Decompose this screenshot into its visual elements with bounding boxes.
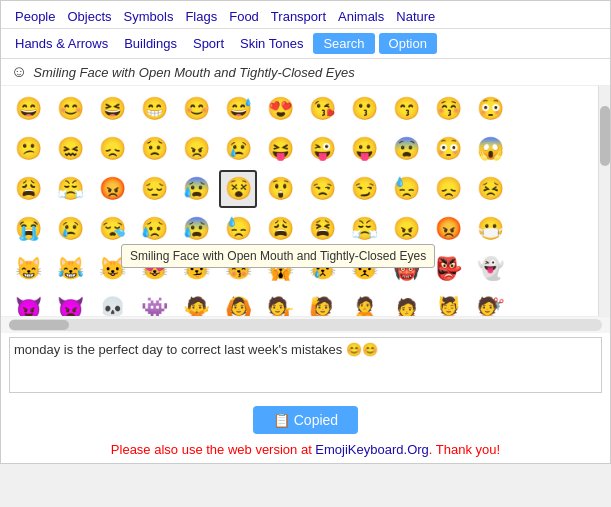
emoji-cell[interactable]: 😡 bbox=[429, 210, 467, 248]
emoji-cell[interactable]: 😙 bbox=[387, 90, 425, 128]
emoji-cell[interactable]: 💇 bbox=[471, 290, 509, 316]
nav-objects[interactable]: Objects bbox=[61, 7, 117, 26]
emoji-cell[interactable]: 😞 bbox=[429, 170, 467, 208]
emoji-cell[interactable]: 😡 bbox=[93, 170, 131, 208]
footer-link[interactable]: EmojiKeyboard.Org bbox=[315, 442, 428, 457]
emoji-cell[interactable]: 😸 bbox=[9, 250, 47, 288]
emoji-cell[interactable]: 😗 bbox=[345, 90, 383, 128]
nav-nature[interactable]: Nature bbox=[390, 7, 441, 26]
emoji-cell[interactable]: 🙍 bbox=[387, 290, 425, 316]
emoji-cell[interactable]: 😓 bbox=[387, 170, 425, 208]
emoji-cell[interactable]: 😵 bbox=[219, 170, 257, 208]
emoji-cell[interactable]: 😾 bbox=[345, 250, 383, 288]
emoji-cell[interactable]: 😹 bbox=[51, 250, 89, 288]
emoji-cell[interactable]: 👻 bbox=[471, 250, 509, 288]
nav-animals[interactable]: Animals bbox=[332, 7, 390, 26]
scrollbar-row bbox=[1, 316, 610, 333]
nav-people[interactable]: People bbox=[9, 7, 61, 26]
scrollbar-track[interactable] bbox=[9, 319, 602, 331]
option-button[interactable]: Option bbox=[379, 33, 437, 54]
emoji-cell[interactable]: 😅 bbox=[219, 90, 257, 128]
emoji-cell[interactable]: 👺 bbox=[429, 250, 467, 288]
emoji-cell[interactable]: 😛 bbox=[345, 130, 383, 168]
emoji-cell[interactable]: 🙀 bbox=[261, 250, 299, 288]
emoji-cell[interactable]: 😟 bbox=[135, 130, 173, 168]
emoji-cell[interactable]: 👿 bbox=[51, 290, 89, 316]
scrollbar-thumb[interactable] bbox=[600, 106, 610, 166]
emoji-cell[interactable]: 👾 bbox=[135, 290, 173, 316]
emoji-cell[interactable]: 😚 bbox=[429, 90, 467, 128]
footer-thank: Thank you! bbox=[432, 442, 500, 457]
emoji-cell[interactable]: 😤 bbox=[51, 170, 89, 208]
emoji-cell[interactable]: 😒 bbox=[303, 170, 341, 208]
emoji-cell[interactable]: 😔 bbox=[135, 170, 173, 208]
emoji-cell[interactable]: 😭 bbox=[9, 210, 47, 248]
emoji-cell[interactable]: 😖 bbox=[51, 130, 89, 168]
emoji-cell[interactable]: 😜 bbox=[303, 130, 341, 168]
emoji-cell[interactable]: 😳 bbox=[471, 90, 509, 128]
nav-buildings[interactable]: Buildings bbox=[118, 34, 183, 53]
emoji-cell[interactable]: 🙅 bbox=[177, 290, 215, 316]
emoji-cell[interactable]: 😪 bbox=[93, 210, 131, 248]
footer-text: Please also use the web version at Emoji… bbox=[111, 442, 500, 457]
emoji-cell[interactable]: 💆 bbox=[429, 290, 467, 316]
emoji-cell[interactable]: 😠 bbox=[387, 210, 425, 248]
emoji-cell[interactable]: 😣 bbox=[471, 170, 509, 208]
emoji-cell[interactable]: 😆 bbox=[93, 90, 131, 128]
nav-transport[interactable]: Transport bbox=[265, 7, 332, 26]
emoji-cell[interactable]: 😠 bbox=[177, 130, 215, 168]
emoji-cell[interactable]: 🙋 bbox=[303, 290, 341, 316]
emoji-cell[interactable]: 💀 bbox=[93, 290, 131, 316]
nav-food[interactable]: Food bbox=[223, 7, 265, 26]
emoji-cell[interactable]: 😊 bbox=[177, 90, 215, 128]
emoji-cell[interactable]: 🙆 bbox=[219, 290, 257, 316]
smile-icon: ☺ bbox=[11, 63, 27, 81]
emoji-cell[interactable]: 😿 bbox=[303, 250, 341, 288]
emoji-cell[interactable]: 😁 bbox=[135, 90, 173, 128]
tooltip-title: Smiling Face with Open Mouth and Tightly… bbox=[33, 65, 354, 80]
emoji-cell[interactable]: 😫 bbox=[303, 210, 341, 248]
nav-skin-tones[interactable]: Skin Tones bbox=[234, 34, 309, 53]
emoji-cell[interactable]: 😈 bbox=[9, 290, 47, 316]
emoji-cell[interactable]: 😥 bbox=[135, 210, 173, 248]
emoji-cell[interactable]: 😝 bbox=[261, 130, 299, 168]
search-button[interactable]: Search bbox=[313, 33, 374, 54]
emoji-cell[interactable]: 👹 bbox=[387, 250, 425, 288]
nav-hands-arrows[interactable]: Hands & Arrows bbox=[9, 34, 114, 53]
emoji-cell[interactable]: 😰 bbox=[177, 210, 215, 248]
footer: Please also use the web version at Emoji… bbox=[1, 438, 610, 463]
emoji-cell[interactable]: 🙎 bbox=[345, 290, 383, 316]
nav-flags[interactable]: Flags bbox=[179, 7, 223, 26]
emoji-cell[interactable]: 😷 bbox=[471, 210, 509, 248]
emoji-cell[interactable]: 😲 bbox=[261, 170, 299, 208]
emoji-cell[interactable]: 😍 bbox=[261, 90, 299, 128]
emoji-cell[interactable]: 😩 bbox=[261, 210, 299, 248]
emoji-cell[interactable]: 😱 bbox=[471, 130, 509, 168]
emoji-cell[interactable]: 😕 bbox=[9, 130, 47, 168]
emoji-cell[interactable]: 😢 bbox=[51, 210, 89, 248]
emoji-cell[interactable]: 😳 bbox=[429, 130, 467, 168]
emoji-cell[interactable]: 😺 bbox=[93, 250, 131, 288]
emoji-cell[interactable]: 😘 bbox=[303, 90, 341, 128]
emoji-cell[interactable]: 😓 bbox=[219, 210, 257, 248]
emoji-textarea[interactable]: monday is the perfect day to correct las… bbox=[9, 337, 602, 393]
emoji-cell[interactable]: 😩 bbox=[9, 170, 47, 208]
emoji-cell[interactable]: 😞 bbox=[93, 130, 131, 168]
emoji-cell[interactable]: 😽 bbox=[219, 250, 257, 288]
emoji-cell[interactable]: 😼 bbox=[177, 250, 215, 288]
nav-symbols[interactable]: Symbols bbox=[118, 7, 180, 26]
emoji-cell[interactable]: 😨 bbox=[387, 130, 425, 168]
emoji-cell[interactable]: 😄 bbox=[9, 90, 47, 128]
emoji-cell[interactable]: 😤 bbox=[345, 210, 383, 248]
horizontal-scrollbar-thumb[interactable] bbox=[9, 320, 69, 330]
nav-sport[interactable]: Sport bbox=[187, 34, 230, 53]
emoji-cell[interactable]: 😏 bbox=[345, 170, 383, 208]
emoji-cell[interactable]: 😢 bbox=[219, 130, 257, 168]
emoji-cell[interactable]: 💁 bbox=[261, 290, 299, 316]
copied-button[interactable]: 📋 Copied bbox=[253, 406, 358, 434]
emoji-cell[interactable]: 😻 bbox=[135, 250, 173, 288]
vertical-scrollbar[interactable] bbox=[598, 86, 610, 316]
emoji-grid-wrapper: 😄😊😆😁😊😅😍😘😗😙😚😳😕😖😞😟😠😢😝😜😛😨😳😱😩😤😡😔😰😵😲😒😏😓😞😣😭😢😪😥… bbox=[1, 86, 610, 316]
emoji-cell[interactable]: 😊 bbox=[51, 90, 89, 128]
emoji-cell[interactable]: 😰 bbox=[177, 170, 215, 208]
